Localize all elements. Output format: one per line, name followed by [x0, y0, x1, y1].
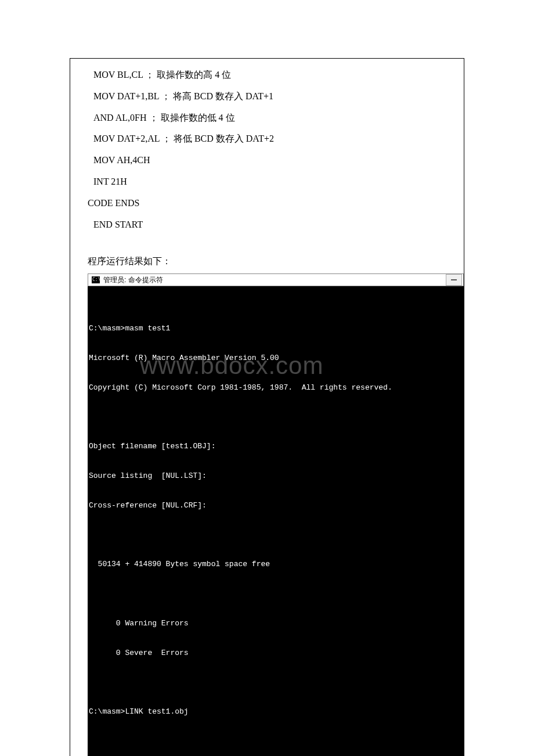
terminal-line: Cross-reference [NUL.CRF]: — [89, 501, 463, 511]
terminal-line: 0 Severe Errors — [89, 649, 463, 658]
terminal-line — [89, 737, 463, 747]
code-line: AND AL,0FH ； 取操作数的低 4 位 — [88, 107, 446, 129]
code-line: MOV DAT+2,AL ； 将低 BCD 数存入 DAT+2 — [88, 128, 446, 150]
terminal-output: www.bdocx.com C:\masm>masm test1 Microso… — [88, 286, 464, 756]
terminal-line: Source listing [NUL.LST]: — [89, 471, 463, 481]
code-line: END START — [88, 214, 446, 236]
terminal-line: Copyright (C) Microsoft Corp 1981-1985, … — [89, 383, 463, 393]
assembly-code-block: MOV BL,CL ； 取操作数的高 4 位 MOV DAT+1,BL ； 将高… — [70, 64, 464, 235]
code-line: MOV DAT+1,BL ； 将高 BCD 数存入 DAT+1 — [88, 86, 446, 107]
code-line: INT 21H — [88, 171, 446, 193]
code-line: MOV BL,CL ； 取操作数的高 4 位 — [88, 64, 446, 86]
document-page: MOV BL,CL ； 取操作数的高 4 位 MOV DAT+1,BL ； 将高… — [70, 58, 464, 756]
terminal-icon: C:\ — [92, 276, 100, 283]
code-line: MOV AH,4CH — [88, 150, 446, 171]
terminal-line: 50134 + 414890 Bytes symbol space free — [89, 560, 463, 570]
terminal-window: C:\ 管理员: 命令提示符 www.bdocx.com C:\masm>mas… — [88, 273, 464, 756]
minimize-icon — [451, 279, 457, 280]
minimize-button[interactable] — [446, 274, 462, 286]
code-line: CODE ENDS — [88, 193, 446, 214]
terminal-title: 管理员: 命令提示符 — [103, 275, 163, 285]
terminal-line: C:\masm>masm test1 — [89, 324, 463, 334]
terminal-line: Microsoft (R) Macro Assembler Version 5.… — [89, 354, 463, 363]
terminal-line — [89, 589, 463, 599]
terminal-titlebar: C:\ 管理员: 命令提示符 — [88, 273, 464, 286]
terminal-line: 0 Warning Errors — [89, 619, 463, 629]
terminal-line — [89, 531, 463, 541]
terminal-line — [89, 678, 463, 687]
terminal-line: C:\masm>LINK test1.obj — [89, 707, 463, 717]
terminal-line — [89, 412, 463, 422]
terminal-line: Object filename [test1.OBJ]: — [89, 442, 463, 452]
result-heading: 程序运行结果如下： — [70, 255, 464, 268]
